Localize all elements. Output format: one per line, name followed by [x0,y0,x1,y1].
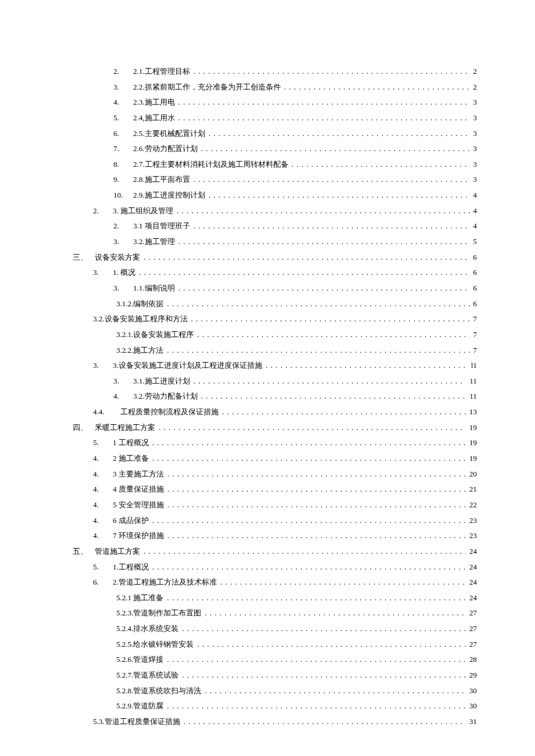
toc-entry-title: 6.2.管道工程施工方法及技术标准 [93,575,217,590]
toc-entry-prefix: 5. [93,435,106,451]
toc-entry: 9.2.8.施工平面布置3 [61,172,477,188]
toc-entry-title: 5.2.6.管道焊接 [116,652,163,668]
toc-entry: 五、管道施工方案24 [61,544,477,560]
toc-leader-dots [266,358,468,374]
toc-leader-dots [152,560,466,575]
toc-entry-title: 3.2.设备安装施工程序和方法 [93,311,188,327]
toc-leader-dots [220,575,466,590]
toc-entry: 10.2.9.施工进度控制计划4 [61,188,477,203]
toc-entry-page: 27 [469,621,477,637]
toc-entry-title: 5.2.9.管道防腐 [116,698,163,714]
toc-leader-dots [152,451,466,467]
toc-entry-page: 23 [469,528,477,544]
toc-entry-title: 4.2 施工准备 [93,451,149,467]
toc-entry-prefix: 4. [113,389,126,404]
toc-leader-dots [139,265,470,281]
toc-entry-title: 4.5 安全管理措施 [93,497,164,513]
toc-entry-prefix: 2. [93,203,106,219]
toc-entry: 三、设备安装方案6 [61,250,477,266]
toc-entry-prefix: 5. [113,110,126,126]
toc-entry-title: 2.2.1.工程管理目标 [113,64,190,80]
toc-leader-dots [179,110,470,126]
toc-entry: 6.2.5.主要机械配置计划3 [61,126,477,142]
toc-entry-title: 3.1. 概况 [93,265,135,281]
toc-entry-page: 7 [473,327,477,343]
toc-entry-title: 4.3.2.劳动力配备计划 [113,389,198,404]
toc-entry-title: 3.2.2.抓紧前期工作，充分准备为开工创造条件 [113,80,281,95]
toc-leader-dots [177,203,470,219]
toc-entry-title: 2.3.1 项目管理班子 [113,218,190,234]
toc-entry-prefix: 三、 [73,250,88,266]
toc-entry: 5.2.6.管道焊接28 [61,652,477,668]
toc-entry: 3.2.1.设备安装施工程序7 [61,327,477,343]
toc-leader-dots [167,343,469,359]
toc-leader-dots [167,296,469,312]
toc-entry: 5.2.5.给水镀锌钢管安装27 [61,637,477,653]
toc-entry-page: 24 [469,590,477,606]
toc-leader-dots [167,467,466,482]
toc-leader-dots [167,652,466,668]
toc-entry-prefix: 10. [113,188,126,203]
toc-leader-dots [167,497,466,513]
toc-entry: 6.2.管道工程施工方法及技术标准24 [61,575,477,590]
toc-entry-page: 21 [469,482,477,497]
toc-entry-title: 5.2.7.管道系统试验 [116,668,179,683]
toc-entry-page: 19 [469,420,477,436]
toc-leader-dots [194,64,470,80]
toc-entry-page: 3 [473,110,477,126]
toc-leader-dots [152,435,466,451]
toc-entry-page: 3 [473,141,477,157]
toc-entry-title: 3.3.1.施工进度计划 [113,374,190,389]
toc-leader-dots [209,188,470,203]
toc-entry: 5.2.3.管道制作加工布置图27 [61,605,477,621]
toc-entry: 2.2.1.工程管理目标2 [61,64,477,80]
toc-leader-dots [159,420,466,436]
toc-leader-dots [167,528,466,544]
toc-entry-prefix: 7. [113,141,126,157]
toc-entry: 5.3.管道工程质量保证措施31 [61,714,477,730]
toc-entry: 3.1. 概况6 [61,265,477,281]
toc-entry-title: 8.2.7.工程主要材料消耗计划及施工周转材料配备 [113,157,288,173]
toc-entry: 3.2.2.抓紧前期工作，充分准备为开工创造条件2 [61,80,477,95]
toc-entry-page: 27 [469,605,477,621]
toc-entry: 3.1.1.编制说明6 [61,281,477,296]
toc-entry: 7.2.6.劳动力配置计划3 [61,141,477,157]
toc-entry: 5.2.8.管道系统吹扫与清洗30 [61,683,477,699]
toc-entry-prefix: 4. [113,95,126,110]
toc-entry-prefix: 5. [93,560,106,575]
toc-leader-dots [194,374,466,389]
toc-entry-page: 11 [469,389,477,404]
toc-entry-title: 3.1.1.编制说明 [113,281,175,296]
toc-entry-page: 20 [469,467,477,482]
toc-entry: 4.7 环境保护措施23 [61,528,477,544]
toc-entry: 5.2.7.管道系统试验29 [61,668,477,683]
toc-entry-page: 6 [473,296,477,312]
toc-entry-page: 7 [473,311,477,327]
toc-entry: 3.2.2.施工方法7 [61,343,477,359]
toc-entry-page: 2 [473,80,477,95]
toc-entry-page: 23 [469,513,477,529]
toc-entry-title: 2.3. 施工组织及管理 [93,203,173,219]
toc-entry-page: 11 [469,374,477,389]
toc-entry: 5.1 工程概况19 [61,435,477,451]
toc-entry-title: 4.4. 工程质量控制流程及保证措施 [93,404,219,420]
toc-entry-prefix: 2. [113,64,126,80]
toc-entry-title: 10.2.9.施工进度控制计划 [113,188,205,203]
toc-entry-prefix: 9. [113,172,126,188]
toc-entry: 3.2.设备安装施工程序和方法7 [61,311,477,327]
toc-entry-page: 3 [473,157,477,173]
toc-entry-page: 7 [473,343,477,359]
toc-entry-prefix: 4. [93,528,106,544]
toc-entry-prefix: 4.4. [93,404,106,420]
toc-leader-dots [284,80,470,95]
toc-leader-dots [167,482,466,497]
toc-entry-prefix: 3. [113,80,126,95]
toc-leader-dots [205,683,466,699]
table-of-contents: 2.2.1.工程管理目标23.2.2.抓紧前期工作，充分准备为开工创造条件24.… [61,64,477,730]
toc-entry-title: 四、釆暖工程施工方案 [73,420,155,436]
toc-entry: 四、釆暖工程施工方案19 [61,420,477,436]
toc-entry-page: 29 [469,668,477,683]
toc-leader-dots [201,389,466,404]
toc-entry: 4.2 施工准备19 [61,451,477,467]
toc-entry-title: 4.6 成品保护 [93,513,149,529]
